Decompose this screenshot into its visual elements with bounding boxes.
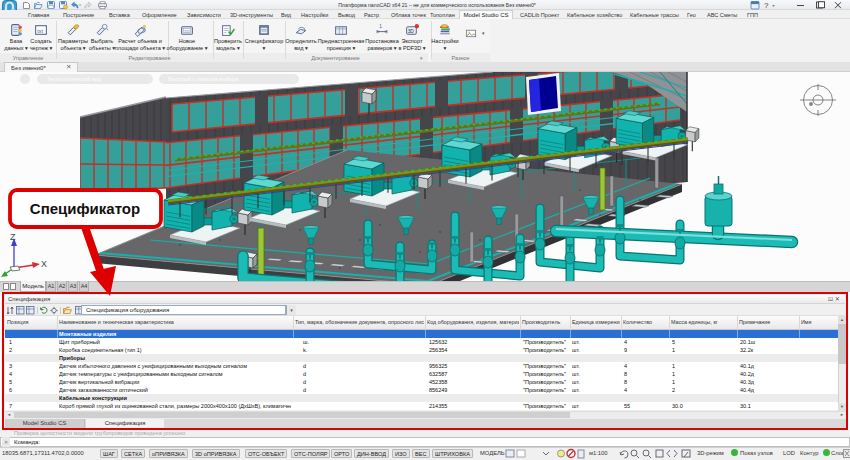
svg-text:txt: txt bbox=[37, 28, 43, 34]
svg-text:1: 1 bbox=[379, 24, 382, 29]
svg-text:Спецификатор: Спецификатор bbox=[30, 200, 140, 217]
svg-text:Быстрый с показом выбора: Быстрый с показом выбора bbox=[168, 76, 239, 82]
svg-text:Технологический вид: Технологический вид bbox=[47, 76, 102, 82]
svg-text:3D: 3D bbox=[408, 29, 415, 34]
svg-text:?: ? bbox=[764, 1, 769, 10]
